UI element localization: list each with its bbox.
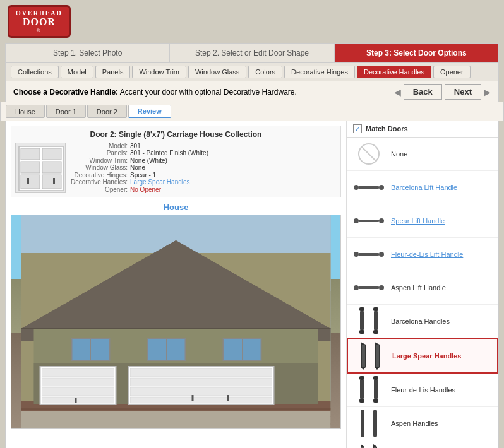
spec-label-dec-handles: Decorative Handles: bbox=[71, 179, 128, 186]
house-label: House bbox=[11, 203, 341, 212]
sub-tab-door2[interactable]: Door 2 bbox=[87, 105, 127, 118]
spec-value-dec-handles: Large Spear Handles bbox=[130, 179, 208, 186]
logo-main: DOOR bbox=[16, 16, 63, 28]
handle-icon-aspen bbox=[353, 411, 385, 436]
svg-rect-57 bbox=[360, 311, 364, 330]
svg-point-52 bbox=[379, 252, 384, 257]
svg-rect-48 bbox=[359, 220, 379, 222]
svg-point-44 bbox=[354, 185, 359, 190]
tab-window-glass[interactable]: Window Glass bbox=[188, 66, 246, 78]
svg-rect-29 bbox=[42, 368, 114, 377]
spec-label-opener: Opener: bbox=[71, 186, 128, 193]
svg-rect-6 bbox=[21, 175, 40, 189]
svg-rect-51 bbox=[359, 253, 379, 256]
sub-tab-review[interactable]: Review bbox=[128, 105, 171, 118]
handle-icon-small-spear bbox=[353, 444, 385, 448]
svg-rect-70 bbox=[374, 380, 378, 399]
spec-value-window-trim: None (White) bbox=[130, 157, 208, 164]
svg-rect-7 bbox=[42, 175, 61, 189]
svg-rect-59 bbox=[373, 307, 378, 311]
logo-top: OVERHEAD bbox=[16, 9, 63, 16]
handle-name-aspen: Aspen Handles bbox=[391, 420, 438, 427]
match-doors-checkbox[interactable] bbox=[353, 124, 362, 133]
handle-icon-fleur-lift bbox=[353, 242, 385, 267]
tab-window-trim[interactable]: Window Trim bbox=[132, 66, 186, 78]
svg-point-49 bbox=[379, 218, 384, 223]
sub-tab-door1[interactable]: Door 1 bbox=[46, 105, 86, 118]
handle-item-small-spear[interactable]: Small Spear Handles bbox=[347, 440, 498, 448]
left-panel: Door 2: Single (8'x7') Carriage House Co… bbox=[6, 121, 347, 448]
handle-name-spear-lift: Spear Lift Handle bbox=[391, 217, 445, 225]
tab-colors[interactable]: Colors bbox=[248, 66, 282, 78]
handle-item-aspen[interactable]: Aspen Handles bbox=[347, 407, 498, 440]
svg-rect-35 bbox=[131, 368, 272, 377]
steps-bar: Step 1. Select Photo Step 2. Select or E… bbox=[5, 43, 499, 63]
tab-panels[interactable]: Panels bbox=[95, 66, 131, 78]
match-doors-label: Match Doors bbox=[366, 125, 408, 133]
svg-rect-41 bbox=[21, 411, 331, 429]
door-info-section: Door 2: Single (8'x7') Carriage House Co… bbox=[11, 126, 341, 197]
svg-rect-66 bbox=[359, 376, 364, 380]
svg-rect-30 bbox=[42, 378, 114, 386]
main-content: Door 2: Single (8'x7') Carriage House Co… bbox=[5, 121, 499, 448]
tab-decorative-hinges[interactable]: Decorative Hinges bbox=[284, 66, 355, 78]
svg-point-47 bbox=[354, 218, 359, 223]
spec-value-window-glass: None bbox=[130, 164, 208, 171]
svg-rect-67 bbox=[360, 380, 364, 399]
door-thumbnail bbox=[15, 143, 66, 193]
handle-icon-barcelona bbox=[353, 309, 385, 334]
svg-point-50 bbox=[354, 252, 359, 257]
spec-label-panels: Panels: bbox=[71, 150, 128, 156]
handle-item-barcelona-lift[interactable]: Barcelona Lift Handle bbox=[347, 171, 498, 204]
handle-item-barcelona[interactable]: Barcelona Handles bbox=[347, 305, 498, 338]
svg-rect-36 bbox=[131, 378, 272, 386]
door-info-title: Door 2: Single (8'x7') Carriage House Co… bbox=[15, 130, 337, 139]
handle-name-fleur-lift: Fleur-de-Lis Lift Handle bbox=[391, 251, 463, 258]
svg-rect-68 bbox=[359, 399, 364, 403]
svg-rect-8 bbox=[27, 178, 29, 184]
svg-rect-71 bbox=[373, 399, 378, 403]
header: OVERHEAD DOOR ® bbox=[0, 0, 504, 43]
tabs-row: Collections Model Panels Window Trim Win… bbox=[5, 63, 499, 81]
svg-rect-4 bbox=[21, 162, 40, 173]
tab-decorative-handles[interactable]: Decorative Handles bbox=[357, 66, 431, 78]
spec-value-panels: 301 - Painted Finish (White) bbox=[130, 150, 208, 156]
svg-rect-56 bbox=[359, 307, 364, 311]
handle-name-barcelona: Barcelona Handles bbox=[391, 317, 450, 325]
svg-rect-9 bbox=[53, 178, 55, 184]
handle-icon-large-spear bbox=[354, 343, 386, 368]
svg-rect-31 bbox=[42, 387, 114, 396]
svg-rect-3 bbox=[42, 148, 61, 160]
handle-icon-aspen-lift bbox=[353, 275, 385, 300]
spec-label-window-glass: Window Glass: bbox=[71, 164, 128, 171]
handle-item-fleur-lift[interactable]: Fleur-de-Lis Lift Handle bbox=[347, 238, 498, 271]
svg-rect-60 bbox=[374, 311, 378, 330]
sub-tab-house[interactable]: House bbox=[6, 105, 45, 118]
handle-item-spear-lift[interactable]: Spear Lift Handle bbox=[347, 204, 498, 238]
svg-rect-33 bbox=[75, 398, 77, 403]
svg-rect-72 bbox=[361, 410, 364, 437]
step-2[interactable]: Step 2. Select or Edit Door Shape bbox=[170, 44, 334, 62]
handle-item-none[interactable]: None bbox=[347, 138, 498, 171]
tab-collections[interactable]: Collections bbox=[11, 66, 59, 78]
back-button[interactable]: Back bbox=[404, 84, 442, 100]
spec-label-model: Model: bbox=[71, 143, 128, 150]
step-1[interactable]: Step 1. Select Photo bbox=[6, 44, 170, 62]
handle-icon-spear-lift bbox=[353, 208, 385, 233]
house-section: House bbox=[11, 203, 341, 429]
next-button[interactable]: Next bbox=[445, 84, 481, 100]
svg-rect-5 bbox=[42, 162, 61, 173]
tab-model[interactable]: Model bbox=[61, 66, 93, 78]
nav-instruction: Choose a Decorative Handle: Accent your … bbox=[13, 88, 297, 97]
svg-rect-73 bbox=[373, 410, 377, 437]
tab-opener[interactable]: Opener bbox=[433, 66, 471, 78]
handle-item-fleur-handles[interactable]: Fleur-de-Lis Handles bbox=[347, 374, 498, 407]
svg-rect-2 bbox=[21, 148, 40, 160]
handle-list: None Barcelona Lift Handle bbox=[347, 138, 498, 448]
handle-item-large-spear[interactable]: Large Spear Handles bbox=[347, 338, 498, 374]
logo: OVERHEAD DOOR ® bbox=[8, 5, 71, 38]
step-3[interactable]: Step 3: Select Door Options bbox=[335, 44, 498, 62]
svg-point-46 bbox=[379, 185, 384, 190]
handle-item-aspen-lift[interactable]: Aspen Lift Handle bbox=[347, 271, 498, 305]
handle-name-none: None bbox=[391, 150, 407, 158]
